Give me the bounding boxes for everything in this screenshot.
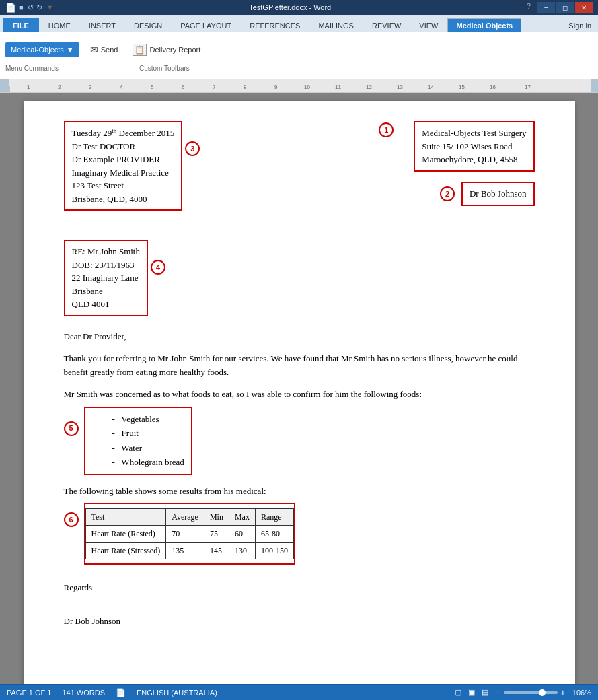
view-icon-print[interactable]: ▢ <box>455 688 461 697</box>
tab-insert[interactable]: INSERT <box>80 18 124 32</box>
page-info: PAGE 1 OF 1 <box>7 689 51 697</box>
delivery-report-button[interactable]: 📋 Delivery Report <box>128 42 204 57</box>
svg-text:13: 13 <box>397 84 403 90</box>
cell-min-1: 75 <box>204 526 229 542</box>
section5-box: Vegetables Fruit Water Wholegrain bread <box>84 407 192 475</box>
greeting: Dear Dr Provider, <box>64 330 535 343</box>
section6-box: Test Average Min Max Range Heart Rate (R… <box>84 503 295 565</box>
zoom-in-icon[interactable]: + <box>560 687 566 698</box>
tab-review[interactable]: REVIEW <box>363 18 410 32</box>
delivery-report-icon: 📋 <box>133 44 147 56</box>
col-header-test: Test <box>85 509 166 526</box>
food-item-water: Water <box>112 441 184 456</box>
medical-objects-dropdown[interactable]: Medical-Objects ▼ <box>5 42 79 57</box>
restore-button[interactable]: ◻ <box>556 2 574 13</box>
slider-track[interactable] <box>504 691 558 694</box>
cell-max-1: 60 <box>229 526 255 542</box>
svg-text:10: 10 <box>304 84 310 90</box>
section6-number: 6 <box>64 512 79 527</box>
section5-number: 5 <box>64 421 79 436</box>
cell-min-2: 145 <box>204 542 229 559</box>
slider-thumb <box>539 689 546 696</box>
cell-test-2: Heart Rate (Stressed) <box>85 542 166 559</box>
tab-page-layout[interactable]: PAGE LAYOUT <box>172 18 240 32</box>
tab-view[interactable]: VIEW <box>410 18 447 32</box>
cell-avg-2: 135 <box>166 542 204 559</box>
svg-text:17: 17 <box>525 84 531 90</box>
send-label: Send <box>101 46 118 54</box>
title-bar-controls: ? − ◻ ✕ <box>527 2 593 13</box>
title-bar-title: TestGPletter.docx - Word <box>54 3 527 11</box>
medical-results-table: Test Average Min Max Range Heart Rate (R… <box>85 508 294 559</box>
section1-number: 1 <box>379 123 394 137</box>
food-item-fruit: Fruit <box>112 426 184 441</box>
tab-file[interactable]: FILE <box>3 18 39 32</box>
section1-box: Medical-Objects Test Surgery Suite 15/ 1… <box>414 121 534 172</box>
regards-text: Regards <box>64 581 535 594</box>
svg-text:4: 4 <box>120 84 123 90</box>
language-icon: 📄 <box>116 688 126 697</box>
section6-container: 6 Test Average Min Max Range <box>64 503 535 565</box>
sign-in-link[interactable]: Sign in <box>562 19 598 32</box>
paragraph2: Mr Smith was concerned as to what foods … <box>64 388 535 401</box>
svg-text:1: 1 <box>27 84 30 90</box>
section4-line1: RE: Mr John Smith <box>72 245 141 258</box>
section2-box: Dr Bob Johnson <box>461 182 535 206</box>
view-icon-outline[interactable]: ▤ <box>482 688 488 697</box>
food-list: Vegetables Fruit Water Wholegrain bread <box>112 412 184 470</box>
cell-test-1: Heart Rate (Rested) <box>85 526 166 542</box>
section1-container: 1 Medical-Objects Test Surgery Suite 15/… <box>379 121 534 172</box>
tab-references[interactable]: REFERENCES <box>241 18 309 32</box>
food-item-wholegrain: Wholegrain bread <box>112 455 184 470</box>
ribbon-content: Medical-Objects ▼ ✉ Send 📋 Delivery Repo… <box>0 32 598 79</box>
status-bar: PAGE 1 OF 1 141 WORDS 📄 ENGLISH (AUSTRAL… <box>0 684 598 700</box>
section3-number: 3 <box>185 141 200 156</box>
paragraph3: The following table shows some results f… <box>64 485 535 498</box>
zoom-slider[interactable]: − + <box>495 687 565 698</box>
tab-home[interactable]: HOME <box>40 18 79 32</box>
status-left: PAGE 1 OF 1 141 WORDS 📄 ENGLISH (AUSTRAL… <box>7 688 217 697</box>
section1-line3: Maroochydore, QLD, 4558 <box>422 153 526 166</box>
status-right: ▢ ▣ ▤ − + 106% <box>455 687 591 698</box>
send-button[interactable]: ✉ Send <box>86 43 122 57</box>
page-header-region: 1 Medical-Objects Test Surgery Suite 15/… <box>64 121 535 229</box>
view-icon-web[interactable]: ▣ <box>468 688 475 697</box>
section1-line1: Medical-Objects Test Surgery <box>422 127 526 140</box>
section3-line2: Dr Test DOCTOR <box>72 140 175 153</box>
close-button[interactable]: ✕ <box>575 2 593 13</box>
cell-range-2: 100-150 <box>255 542 293 559</box>
document-page: 1 Medical-Objects Test Surgery Suite 15/… <box>24 101 575 684</box>
document-area: 1 Medical-Objects Test Surgery Suite 15/… <box>0 93 598 684</box>
custom-toolbars-label: Custom Toolbars <box>139 65 190 72</box>
word-count: 141 WORDS <box>62 689 105 697</box>
svg-text:16: 16 <box>490 84 496 90</box>
svg-text:3: 3 <box>89 84 92 90</box>
section4-line2: DOB: 23/11/1963 <box>72 258 141 272</box>
language-label: ENGLISH (AUSTRALIA) <box>137 689 217 697</box>
tab-mailings[interactable]: MAILINGS <box>309 18 363 32</box>
tab-medical-objects[interactable]: Medical Objects <box>447 18 521 32</box>
paragraph1: Thank you for referring to Mr John Smith… <box>64 352 535 378</box>
section1-line2: Suite 15/ 102 Wises Road <box>422 140 526 153</box>
send-icon: ✉ <box>90 44 98 55</box>
zoom-out-icon[interactable]: − <box>495 687 500 698</box>
dropdown-arrow-icon: ▼ <box>67 46 74 54</box>
superscript: th <box>112 127 116 134</box>
section4-line3: 22 Imaginary Lane <box>72 271 141 285</box>
svg-text:14: 14 <box>428 84 434 90</box>
svg-text:6: 6 <box>182 84 185 90</box>
section5-container: 5 Vegetables Fruit Water Wholegrain brea… <box>64 407 535 475</box>
section3-line3: Dr Example PROVIDER <box>72 153 175 166</box>
section3-date: Tuesday 29th December 2015 <box>72 127 175 140</box>
minimize-button[interactable]: − <box>537 2 555 13</box>
tab-design[interactable]: DESIGN <box>125 18 171 32</box>
zoom-level: 106% <box>572 689 591 697</box>
svg-text:12: 12 <box>366 84 372 90</box>
title-bar-left: 📄 ■ ↺ ↻ ▼ <box>5 3 54 13</box>
col-header-max: Max <box>229 509 255 526</box>
section4-container: RE: Mr John Smith DOB: 23/11/1963 22 Ima… <box>64 240 535 316</box>
ruler: 1 2 3 4 5 6 7 8 9 10 11 12 13 14 15 16 1… <box>0 79 598 93</box>
svg-text:7: 7 <box>213 84 216 90</box>
section2-container: 2 Dr Bob Johnson <box>440 182 535 206</box>
letter-body: Dear Dr Provider, Thank you for referrin… <box>64 330 535 628</box>
